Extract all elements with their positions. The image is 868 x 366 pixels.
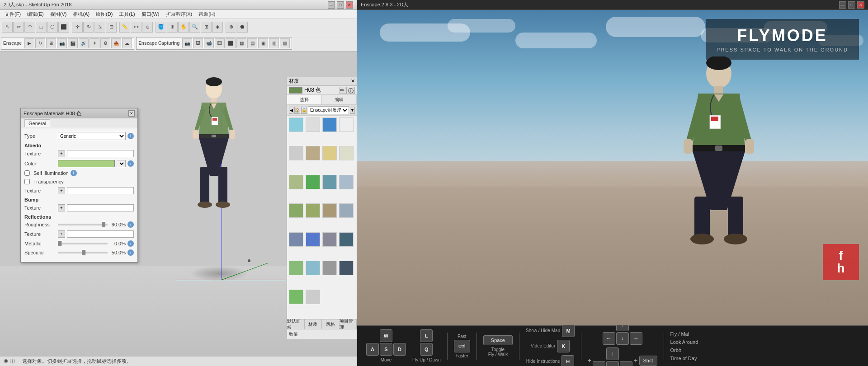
arc-tool[interactable]: ◠ — [24, 22, 35, 33]
specular-slider[interactable] — [58, 249, 108, 256]
mat-bottom-tab-project[interactable]: 项目管理 — [340, 319, 357, 329]
mat-swatch-8[interactable] — [289, 175, 303, 189]
capture-btn-3[interactable]: 📹 — [204, 38, 214, 48]
mat-swatch-15[interactable] — [339, 203, 354, 218]
menu-file[interactable]: 文件(F) — [2, 10, 24, 19]
enscape-btn-3[interactable]: 🖥 — [46, 38, 56, 48]
nav-left2-btn[interactable]: ← — [593, 361, 605, 366]
metallic-slider[interactable] — [58, 240, 108, 247]
menu-camera[interactable]: 相机(A) — [70, 10, 92, 19]
enscape-minimize-btn[interactable]: — — [839, 1, 846, 9]
minimize-btn[interactable]: — — [328, 1, 335, 9]
nav-left-btn[interactable]: ← — [603, 332, 615, 345]
menu-window[interactable]: 窗口(W) — [139, 10, 162, 19]
capture-btn-8[interactable]: ▣ — [258, 38, 268, 48]
statusbar-icon-info[interactable]: ⓘ — [10, 358, 15, 365]
type-info-icon[interactable]: i — [127, 133, 134, 139]
mat-lock-btn[interactable]: 🔒 — [301, 107, 307, 114]
scale-tool[interactable]: ⇲ — [94, 22, 105, 33]
specular-info[interactable]: i — [127, 249, 134, 256]
capture-btn-5[interactable]: ⬛ — [226, 38, 236, 48]
protractor-tool[interactable]: ⛭ — [142, 22, 153, 33]
mat-swatch-11[interactable] — [339, 175, 354, 189]
dialog-close-btn[interactable]: ✕ — [128, 110, 135, 117]
specular-thumb[interactable] — [82, 250, 85, 255]
mat-swatch-13[interactable] — [306, 203, 320, 218]
key-q[interactable]: Q — [420, 343, 433, 356]
mat-swatch-16[interactable] — [289, 232, 303, 247]
zoom-tool[interactable]: 🔍 — [189, 22, 200, 33]
mat-tab-select[interactable]: 选择 — [287, 95, 322, 104]
enscape-btn-7[interactable]: ☀ — [90, 38, 99, 48]
paint-tool[interactable]: 🪣 — [156, 22, 166, 33]
texture-field[interactable] — [67, 150, 134, 157]
texture-add-btn[interactable]: + — [58, 150, 65, 157]
offset-tool[interactable]: ⊡ — [106, 22, 117, 33]
key-l[interactable]: L — [420, 329, 433, 342]
enscape-btn-6[interactable]: 🔊 — [79, 38, 89, 48]
roughness-thumb[interactable] — [102, 222, 105, 227]
key-s[interactable]: S — [380, 343, 392, 356]
mat-home-btn[interactable]: 🏠 — [294, 107, 300, 114]
enscape-btn-8[interactable]: ⚙ — [100, 38, 110, 48]
key-space[interactable]: Space — [483, 335, 513, 345]
enscape-close-btn[interactable]: ✕ — [857, 1, 864, 9]
capture-btn-9[interactable]: ▥ — [269, 38, 279, 48]
mat-dropdown[interactable]: Enscape封质岸 — [308, 106, 349, 114]
enscape-btn-1[interactable]: ▶ — [24, 38, 34, 48]
enscape-btn-2[interactable]: ↻ — [35, 38, 45, 48]
key-k[interactable]: K — [557, 340, 570, 352]
mat-tab-edit[interactable]: 编辑 — [322, 95, 357, 104]
mat-swatch-2[interactable] — [322, 117, 337, 132]
enscape-btn-4[interactable]: 📷 — [57, 38, 67, 48]
enscape-btn-9[interactable]: 📤 — [111, 38, 121, 48]
capture-btn-6[interactable]: ▦ — [236, 38, 246, 48]
orbit-tool[interactable]: ⊕ — [167, 22, 178, 33]
dimension-tool[interactable]: ⊶ — [131, 22, 142, 33]
mat-swatch-21[interactable] — [306, 261, 320, 275]
group-tool[interactable]: ⬟ — [237, 22, 248, 33]
zoomfit-tool[interactable]: ⊞ — [201, 22, 212, 33]
shape-tool[interactable]: ⬡ — [47, 22, 58, 33]
menu-view[interactable]: 视图(V) — [47, 10, 70, 19]
mat-swatch-20[interactable] — [289, 261, 303, 275]
mat-edit-btn[interactable]: ✏ — [340, 87, 347, 94]
mat-swatch-1[interactable] — [306, 117, 320, 132]
mat-swatch-4[interactable] — [289, 146, 303, 160]
xray-tool[interactable]: ◈ — [212, 22, 223, 33]
nav-right2-btn[interactable]: → — [620, 361, 632, 366]
key-w[interactable]: W — [380, 329, 392, 342]
close-btn[interactable]: ✕ — [346, 1, 353, 9]
mat-swatch-23[interactable] — [339, 261, 354, 275]
capture-btn-1[interactable]: 📷 — [182, 38, 192, 48]
pencil-tool[interactable]: ✏ — [13, 22, 24, 33]
texture3-field[interactable] — [67, 204, 134, 211]
self-illum-checkbox[interactable] — [24, 170, 30, 176]
key-ctrl[interactable]: Ctrl — [454, 340, 470, 352]
menu-tools[interactable]: 工具(L) — [116, 10, 137, 19]
enscape-maximize-btn[interactable]: □ — [848, 1, 855, 9]
mat-color-swatch[interactable] — [289, 87, 302, 94]
texture2-add-btn[interactable]: + — [58, 187, 65, 194]
mat-swatch-25[interactable] — [306, 290, 320, 304]
menu-edit[interactable]: 编辑(E) — [24, 10, 47, 19]
tab-general[interactable]: General — [24, 119, 50, 127]
key-a[interactable]: A — [366, 343, 379, 356]
mat-info-btn[interactable]: ⓘ — [348, 87, 355, 94]
mat-swatch-3[interactable] — [339, 117, 354, 132]
capture-btn-2[interactable]: 🖼 — [193, 38, 203, 48]
mat-swatch-9[interactable] — [306, 175, 320, 189]
rotate-tool[interactable]: ↻ — [83, 22, 94, 33]
self-illum-info[interactable]: i — [71, 170, 77, 176]
metallic-thumb[interactable] — [58, 241, 61, 246]
capture-btn-7[interactable]: ▤ — [247, 38, 257, 48]
nav-down-btn[interactable]: ↓ — [616, 332, 629, 345]
metallic-texture-field[interactable] — [67, 230, 134, 238]
metallic-texture-btn[interactable]: + — [58, 230, 65, 238]
move-tool[interactable]: ✛ — [72, 22, 83, 33]
mat-swatch-22[interactable] — [322, 261, 337, 275]
nav-right-btn[interactable]: → — [630, 332, 642, 345]
roughness-slider[interactable] — [58, 221, 108, 228]
shift-key[interactable]: Shift — [639, 356, 657, 366]
tape-tool[interactable]: 📏 — [119, 22, 130, 33]
